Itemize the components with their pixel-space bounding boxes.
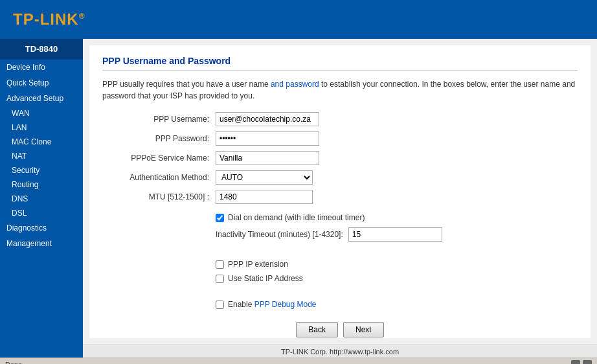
pppoe-service-row: PPPoE Service Name: (102, 151, 578, 165)
device-title: TD-8840 (0, 39, 83, 60)
logo-tp: TP-LINK (13, 10, 79, 28)
mtu-input[interactable] (216, 190, 313, 204)
sidebar-item-security[interactable]: Security (0, 163, 83, 177)
enable-ppp-debug-row: Enable PPP Debug Mode (216, 300, 578, 309)
username-row: PPP Username: (102, 112, 578, 126)
use-static-ip-label: Use Static IP Address (228, 274, 303, 283)
sidebar-item-device-info[interactable]: Device Info (0, 60, 83, 75)
dial-on-demand-row: Dial on demand (with idle timeout timer) (216, 213, 578, 222)
sidebar-item-quick-setup[interactable]: Quick Setup (0, 75, 83, 91)
desc-link-password: and password (271, 80, 319, 89)
logo: TP-LINK® (13, 10, 85, 28)
statusbar-icons (571, 360, 592, 365)
back-button[interactable]: Back (296, 322, 338, 337)
sidebar: TD-8840 Device Info Quick Setup Advanced… (0, 39, 83, 358)
inactivity-label: Inactivity Timeout (minutes) [1-4320]: (216, 230, 343, 239)
pppoe-service-input[interactable] (216, 151, 319, 165)
sidebar-item-routing[interactable]: Routing (0, 177, 83, 192)
password-label: PPP Password: (102, 134, 216, 143)
footer: TP-LINK Corp. http://www.tp-link.com (83, 345, 597, 358)
sidebar-item-diagnostics[interactable]: Diagnostics (0, 220, 83, 236)
use-static-ip-checkbox[interactable] (216, 275, 224, 283)
statusbar-text: Done (5, 361, 22, 365)
inactivity-input[interactable] (348, 227, 442, 242)
sidebar-item-lan[interactable]: LAN (0, 120, 83, 135)
layout: TD-8840 Device Info Quick Setup Advanced… (0, 39, 597, 358)
username-input[interactable] (216, 112, 319, 126)
security-icon (583, 360, 592, 365)
sidebar-item-management[interactable]: Management (0, 236, 83, 251)
mtu-row: MTU [512-1500] : (102, 190, 578, 204)
button-row: Back Next (102, 322, 578, 338)
auth-method-row: Authentication Method: AUTO PAP CHAP MS-… (102, 170, 578, 185)
next-button[interactable]: Next (343, 322, 384, 337)
auth-method-select[interactable]: AUTO PAP CHAP MS-CHAP (216, 170, 313, 185)
page-description: PPP usually requires that you have a use… (102, 78, 578, 102)
ppp-debug-link: PPP Debug Mode (254, 300, 317, 309)
sidebar-item-wan[interactable]: WAN (0, 106, 83, 120)
use-static-ip-row: Use Static IP Address (216, 274, 578, 283)
sidebar-item-dns[interactable]: DNS (0, 192, 83, 206)
password-input[interactable] (216, 131, 319, 146)
sidebar-item-advanced-setup[interactable]: Advanced Setup (0, 91, 83, 106)
enable-ppp-debug-checkbox[interactable] (216, 301, 224, 309)
ppp-ip-extension-row: PPP IP extension (216, 260, 578, 269)
ppp-ip-extension-label: PPP IP extension (228, 260, 288, 269)
username-label: PPP Username: (102, 115, 216, 124)
sidebar-item-dsl[interactable]: DSL (0, 206, 83, 220)
dial-on-demand-checkbox[interactable] (216, 214, 224, 222)
dial-on-demand-label: Dial on demand (with idle timeout timer) (228, 213, 365, 222)
logo-reg: ® (79, 12, 85, 21)
form: PPP Username: PPP Password: PPPoE Servic… (102, 112, 578, 204)
inactivity-row: Inactivity Timeout (minutes) [1-4320]: (216, 227, 578, 242)
lock-icon (571, 360, 580, 365)
content-area: PPP Username and Password PPP usually re… (89, 45, 591, 338)
page-title: PPP Username and Password (102, 56, 578, 71)
mtu-label: MTU [512-1500] : (102, 192, 216, 201)
auth-method-label: Authentication Method: (102, 173, 216, 182)
ppp-ip-extension-checkbox[interactable] (216, 260, 224, 269)
password-row: PPP Password: (102, 131, 578, 146)
sidebar-item-nat[interactable]: NAT (0, 149, 83, 163)
main-area: PPP Username and Password PPP usually re… (83, 39, 597, 358)
divider1 (102, 248, 578, 255)
divider2 (102, 288, 578, 295)
header: TP-LINK® (0, 0, 597, 39)
statusbar: Done (0, 358, 597, 364)
sidebar-item-mac-clone[interactable]: MAC Clone (0, 135, 83, 149)
pppoe-service-label: PPPoE Service Name: (102, 154, 216, 163)
enable-ppp-debug-label: Enable PPP Debug Mode (228, 300, 317, 309)
